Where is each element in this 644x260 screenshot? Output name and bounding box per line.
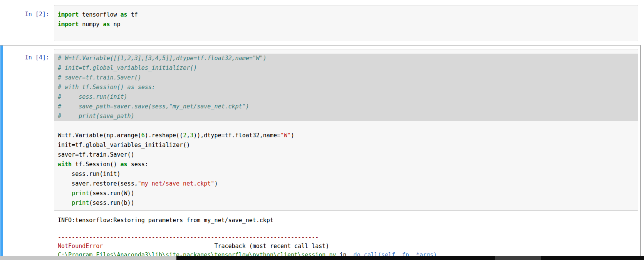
taskbar-strip[interactable]	[176, 256, 644, 260]
input-prompt-1: In [2]:	[0, 10, 49, 18]
horizontal-scrollbar-track[interactable]	[0, 256, 176, 260]
output-stream-text: INFO:tensorflow:Restoring parameters fro…	[58, 216, 273, 225]
input-prompt-2: In [4]:	[0, 54, 49, 61]
code-editor-2[interactable]: # W=tf.Variable([[1,2,3],[3,4,5]],dtype=…	[54, 49, 638, 211]
code-editor-1[interactable]: import tensorflow as tfimport numpy as n…	[54, 5, 638, 41]
selected-cell-indicator-bar	[0, 46, 3, 256]
taskbar-segment[interactable]	[495, 256, 541, 260]
bottom-bar	[0, 256, 644, 260]
